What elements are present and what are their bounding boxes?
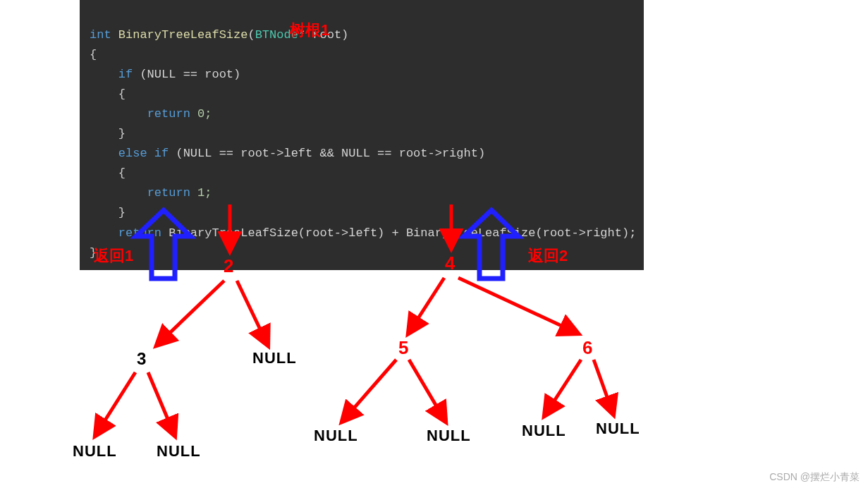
arrow-6-to-nl <box>544 360 581 416</box>
final-body: BinaryTreeLeafSize(root->left) + BinaryT… <box>161 226 636 240</box>
arrow-3-to-nr <box>148 372 175 436</box>
one: 1; <box>190 186 212 200</box>
null-5r: NULL <box>427 427 471 445</box>
node-6: 6 <box>582 337 592 359</box>
null-2r: NULL <box>252 349 297 367</box>
arrow-2-to-3 <box>157 281 224 346</box>
elseif-cond: (NULL == root->left && NULL == root->rig… <box>169 147 485 160</box>
null-5l: NULL <box>314 427 358 445</box>
arrow-4-to-6 <box>458 278 578 334</box>
label-return1: 返回1 <box>94 245 133 267</box>
null-3l: NULL <box>73 442 117 460</box>
label-root1: 树根1 <box>290 20 329 41</box>
node-2: 2 <box>224 255 233 277</box>
code-block: int BinaryTreeLeafSize(BTNode* root) { i… <box>80 0 644 270</box>
kw-return0: return <box>147 107 190 121</box>
zero: 0; <box>190 107 212 121</box>
arrow-6-to-nr <box>594 360 613 415</box>
null-3r: NULL <box>157 442 201 460</box>
paren-open: ( <box>247 28 255 42</box>
null-6l: NULL <box>522 422 566 440</box>
if-cond: (NULL == root) <box>133 68 240 81</box>
arrow-3-to-nl <box>95 372 135 436</box>
kw-if: if <box>118 68 133 81</box>
kw-return-final: return <box>118 226 161 240</box>
kw-elseif: else if <box>118 147 169 160</box>
watermark: CSDN @摆烂小青菜 <box>769 471 860 484</box>
node-3: 3 <box>137 349 146 369</box>
node-4: 4 <box>445 252 455 274</box>
arrow-2-to-null <box>237 281 268 346</box>
arrow-5-to-nl <box>342 360 396 422</box>
arrow-5-to-nr <box>409 360 446 422</box>
kw-int: int <box>90 28 111 42</box>
null-6r: NULL <box>596 420 640 438</box>
fn-name: BinaryTreeLeafSize <box>111 28 248 42</box>
arrow-4-to-5 <box>408 278 444 334</box>
kw-return1: return <box>147 186 190 200</box>
node-5: 5 <box>398 337 408 359</box>
label-return2: 返回2 <box>528 245 568 267</box>
